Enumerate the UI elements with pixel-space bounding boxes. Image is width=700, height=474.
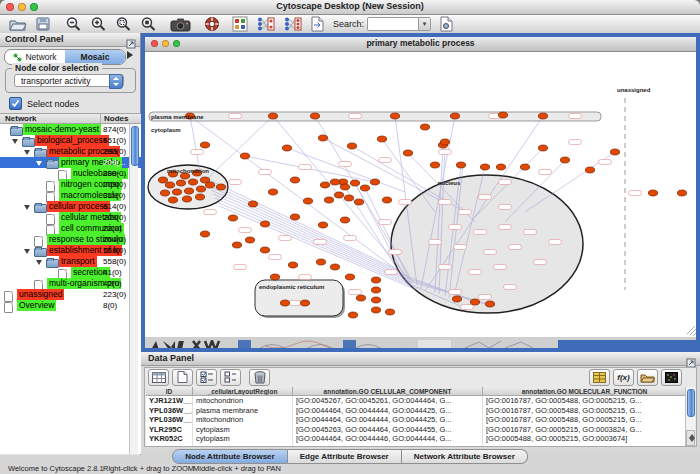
network-node[interactable]	[344, 195, 353, 201]
disclosure-triangle-icon[interactable]	[24, 150, 30, 155]
network-node[interactable]	[232, 242, 241, 248]
network-node[interactable]	[158, 177, 167, 183]
network-node[interactable]	[403, 150, 412, 156]
network-node[interactable]	[290, 177, 299, 183]
network-node[interactable]	[452, 296, 461, 302]
zoom-out-button[interactable]	[65, 16, 82, 33]
column-header[interactable]: ID	[146, 387, 193, 396]
attribute-matrix-button[interactable]	[661, 369, 682, 386]
more-tabs-arrow-icon[interactable]	[127, 51, 133, 59]
network-node[interactable]	[172, 189, 181, 195]
network-node[interactable]	[677, 190, 686, 196]
network-node[interactable]	[610, 149, 619, 155]
new-attribute-button[interactable]	[172, 369, 193, 386]
table-row[interactable]: YLR295Ccytoplasm[GO:0045263, GO:0044464,…	[146, 425, 687, 435]
disclosure-triangle-icon[interactable]	[24, 205, 30, 210]
table-scroll-arrows[interactable]	[686, 430, 695, 446]
network-node[interactable]	[498, 112, 507, 118]
import-attribute-table-button[interactable]	[589, 369, 610, 386]
network-node[interactable]	[470, 299, 479, 305]
network-node[interactable]	[350, 180, 359, 186]
disclosure-triangle-icon[interactable]	[24, 249, 30, 254]
network-node[interactable]	[538, 145, 547, 151]
tree-item[interactable]: cell communicat22(0)	[0, 223, 141, 234]
column-header[interactable]: _cellularLayoutRegion	[193, 387, 293, 396]
network-node[interactable]	[560, 157, 569, 163]
tree-item[interactable]: macromolecule311(0)	[0, 190, 141, 201]
network-node[interactable]	[196, 186, 205, 192]
network-overview-button[interactable]	[232, 16, 248, 33]
tree-scrollbar-thumb[interactable]	[131, 126, 139, 166]
network-node[interactable]	[176, 180, 185, 186]
tree-item[interactable]: cellular metabo209(0)	[0, 212, 141, 223]
annotations-button[interactable]	[310, 16, 325, 33]
network-node[interactable]	[450, 113, 459, 119]
network-node[interactable]	[371, 307, 380, 313]
network-node[interactable]	[195, 194, 204, 200]
attribute-table-button[interactable]	[148, 369, 169, 386]
network-node[interactable]	[320, 182, 329, 188]
tree-item[interactable]: transport558(0)	[0, 256, 141, 267]
tab-network-attribute-browser[interactable]: Network Attribute Browser	[402, 449, 528, 464]
network-node[interactable]	[290, 214, 299, 220]
import-attributes-button[interactable]	[637, 369, 658, 386]
tree-item[interactable]: unassigned223(0)	[0, 289, 141, 300]
network-node[interactable]	[480, 164, 489, 170]
network-node[interactable]	[348, 312, 357, 318]
network-node[interactable]	[354, 199, 363, 205]
search-input[interactable]: ▾	[367, 17, 431, 31]
chevron-down-icon[interactable]: ▾	[418, 18, 430, 30]
network-node[interactable]	[248, 201, 257, 207]
network-node[interactable]	[390, 113, 399, 119]
select-nodes-checkbox[interactable]	[9, 97, 22, 110]
network-node[interactable]	[216, 184, 225, 190]
tab-mosaic[interactable]: Mosaic	[65, 50, 125, 64]
network-node[interactable]	[430, 162, 439, 168]
tree-item[interactable]: establishment of lo558(0)	[0, 245, 141, 256]
formula-builder-button[interactable]: f(x)	[613, 369, 634, 386]
network-node[interactable]	[538, 113, 547, 119]
network-node[interactable]	[300, 300, 309, 306]
network-node[interactable]	[200, 231, 209, 237]
network-node[interactable]	[240, 153, 249, 159]
copy-attributes-button[interactable]	[256, 16, 275, 33]
network-node[interactable]	[360, 185, 369, 191]
network-node[interactable]	[485, 301, 494, 307]
network-node[interactable]	[228, 215, 237, 221]
network-node[interactable]	[385, 309, 394, 315]
network-node[interactable]	[356, 295, 365, 301]
network-node[interactable]	[282, 145, 291, 151]
network-node[interactable]	[188, 179, 197, 185]
node-color-select[interactable]: transporter activity	[14, 74, 124, 87]
table-scrollbar[interactable]	[685, 387, 695, 446]
tab-network[interactable]: Network	[5, 50, 65, 64]
network-node[interactable]	[377, 136, 386, 142]
network-node[interactable]	[520, 164, 529, 170]
network-node[interactable]	[310, 113, 319, 119]
tree-item[interactable]: biological_process651(0)	[0, 135, 141, 146]
network-node[interactable]	[456, 162, 465, 168]
column-header[interactable]: annotation.GO MOLECULAR_FUNCTION	[483, 387, 687, 396]
disclosure-triangle-icon[interactable]	[36, 161, 42, 166]
tree-item[interactable]: metabolic process280(0)	[0, 146, 141, 157]
zoom-fit-button[interactable]	[140, 16, 157, 33]
network-node[interactable]	[334, 192, 343, 198]
network-node[interactable]	[268, 113, 277, 119]
delete-attribute-button[interactable]	[249, 369, 270, 386]
table-row[interactable]: YPL036W__2plasma membrane[GO:0044464, GO…	[146, 406, 687, 416]
network-snapshot-button[interactable]	[170, 16, 191, 33]
network-node[interactable]	[330, 264, 339, 270]
table-row[interactable]: YJR121W__1mitochondrion[GO:0045267, GO:0…	[146, 396, 687, 406]
tree-item[interactable]: cellular process614(0)	[0, 201, 141, 212]
table-scrollbar-thumb[interactable]	[687, 389, 695, 417]
network-node[interactable]	[340, 217, 349, 223]
network-node[interactable]	[324, 197, 333, 203]
network-node[interactable]	[182, 196, 191, 202]
network-canvas[interactable]: plasma membranecytoplasmmitochondrionnuc…	[145, 52, 696, 337]
network-node[interactable]	[585, 167, 594, 173]
network-node[interactable]	[260, 247, 269, 253]
tree-item[interactable]: response to stimulu264(0)	[0, 234, 141, 245]
network-node[interactable]	[371, 277, 380, 283]
network-node[interactable]	[200, 142, 209, 148]
tree-item[interactable]: Overview8(0)	[0, 300, 141, 311]
